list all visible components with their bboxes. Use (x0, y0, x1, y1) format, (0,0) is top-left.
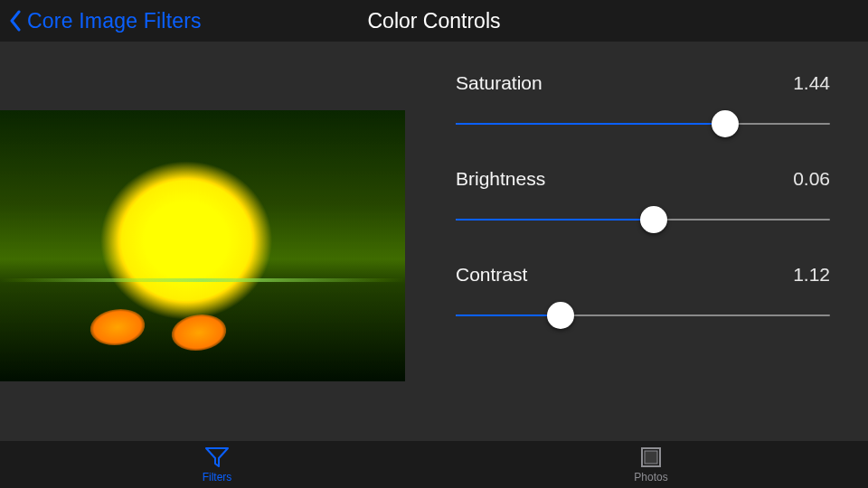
back-button[interactable]: Core Image Filters (9, 9, 202, 33)
preview-image (0, 110, 405, 381)
svg-rect-1 (645, 451, 657, 464)
param-contrast: Contrast 1.12 (456, 264, 830, 329)
filter-icon (204, 446, 230, 469)
slider-track-filled (456, 219, 654, 221)
param-saturation: Saturation 1.44 (456, 72, 830, 137)
slider-track-filled (456, 314, 561, 316)
tab-photos[interactable]: Photos (434, 441, 868, 488)
chevron-left-icon (9, 10, 22, 32)
param-label: Saturation (456, 72, 542, 94)
back-label: Core Image Filters (27, 9, 202, 33)
brightness-slider[interactable] (456, 206, 830, 233)
tab-filters[interactable]: Filters (0, 441, 434, 488)
param-value: 0.06 (793, 168, 830, 190)
image-pane (0, 42, 405, 441)
slider-track-filled (456, 123, 725, 125)
navbar: Core Image Filters Color Controls (0, 0, 868, 42)
param-value: 1.44 (793, 72, 830, 94)
param-label: Contrast (456, 264, 527, 286)
param-value: 1.12 (793, 264, 830, 286)
tab-bar: Filters Photos (0, 441, 868, 488)
tab-label: Filters (203, 471, 232, 483)
photos-icon (638, 446, 664, 469)
contrast-slider[interactable] (456, 302, 830, 329)
param-brightness: Brightness 0.06 (456, 168, 830, 233)
slider-thumb[interactable] (547, 302, 574, 329)
param-label: Brightness (456, 168, 545, 190)
saturation-slider[interactable] (456, 110, 830, 137)
slider-thumb[interactable] (640, 206, 667, 233)
controls-pane: Saturation 1.44 Brightness 0.06 Cont (405, 42, 868, 441)
slider-thumb[interactable] (712, 110, 739, 137)
tab-label: Photos (634, 471, 667, 483)
content-area: Saturation 1.44 Brightness 0.06 Cont (0, 42, 868, 441)
